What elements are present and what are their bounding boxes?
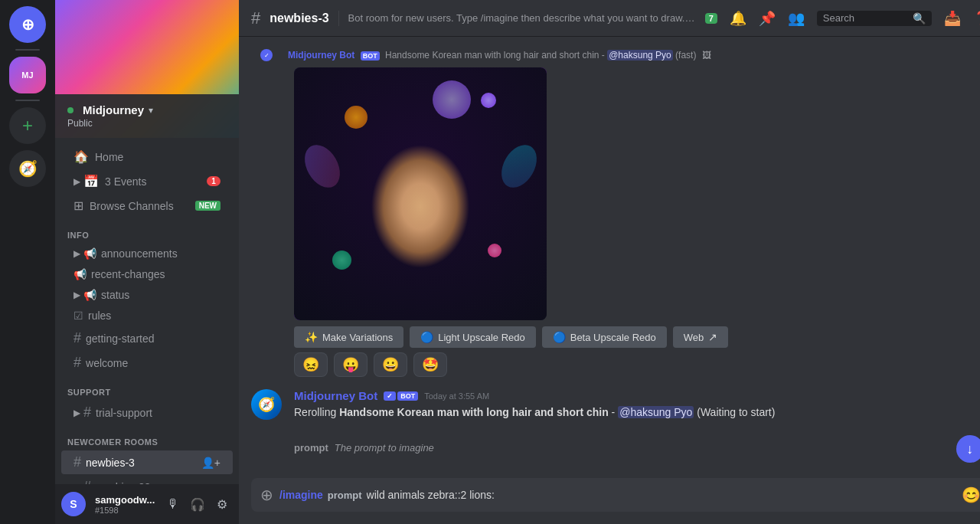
pin-icon[interactable]: 📌 — [759, 10, 776, 27]
user-avatar: S — [61, 492, 86, 516]
channel-item-recent-changes[interactable]: 📢 recent-changes — [61, 264, 233, 284]
events-label: 3 Events — [105, 175, 146, 188]
message-author-2: Midjourney Bot — [294, 389, 377, 402]
message-input-box[interactable]: ⊕ /imagine prompt 😊 — [251, 478, 980, 512]
message-header-2: Midjourney Bot ✓ BOT Today at 3:55 AM — [294, 389, 980, 402]
message-text-2: Rerolling Handsome Korean man with long … — [294, 405, 980, 421]
add-server-button[interactable]: + — [9, 107, 46, 144]
reaction-btn-3[interactable]: 😀 — [374, 352, 407, 377]
channel-name-rules: rules — [88, 309, 111, 322]
channel-header-hash-icon: # — [251, 8, 260, 28]
microphone-button[interactable]: 🎙 — [162, 493, 184, 515]
beta-upscale-redo-button[interactable]: 🔵 Beta Upscale Redo — [542, 326, 667, 348]
sidebar-footer: S samgoodw... #1598 🎙 🎧 ⚙ — [55, 484, 239, 524]
scroll-to-bottom-button[interactable]: ↓ — [956, 435, 980, 463]
channel-item-status[interactable]: ▶ 📢 status — [61, 285, 233, 305]
sidebar-item-events[interactable]: ▶ 📅 3 Events 1 — [61, 169, 233, 193]
channel-item-announcements[interactable]: ▶ 📢 announcements — [61, 244, 233, 264]
member-count-area: 7 — [705, 13, 717, 24]
bot-badges: ✓ BOT — [384, 391, 418, 401]
bot-avatar-2: 🧭 — [251, 389, 282, 420]
channel-name-welcome: welcome — [86, 357, 128, 369]
channel-name-getting-started: getting-started — [86, 332, 155, 345]
art-orb-3 — [332, 251, 351, 270]
section-header-newcomer-rooms: NEWCOMER ROOMS — [55, 425, 239, 450]
user-info: samgoodw... #1598 — [95, 494, 159, 515]
channel-item-welcome[interactable]: # welcome — [61, 351, 233, 375]
events-collapse-icon: ▶ — [74, 176, 80, 187]
reaction-btn-1[interactable]: 😖 — [294, 352, 328, 377]
channel-item-trial-support[interactable]: ▶ # trial-support — [61, 401, 233, 424]
main-content: # newbies-3 Bot room for new users. Type… — [239, 0, 980, 524]
home-label: Home — [95, 151, 123, 163]
prompt-hint-row: prompt The prompt to imagine — [294, 433, 980, 457]
channel-name-status: status — [101, 289, 129, 301]
members-list-icon[interactable]: 👥 — [788, 10, 805, 27]
input-prefix-icon[interactable]: ⊕ — [260, 486, 273, 504]
input-area: ⊕ /imagine prompt 😊 — [239, 478, 980, 524]
welcome-hash-icon: # — [74, 355, 81, 371]
explore-button[interactable]: 🧭 — [9, 150, 46, 187]
inbox-icon[interactable]: 📥 — [944, 10, 961, 27]
emoji-picker-button[interactable]: 😊 — [962, 486, 980, 504]
web-button[interactable]: Web ↗ — [673, 326, 729, 348]
make-variations-label: Make Variations — [322, 332, 393, 343]
beta-upscale-icon: 🔵 — [553, 331, 566, 343]
add-member-icon[interactable]: 👤+ — [201, 457, 220, 469]
message-input-field[interactable] — [367, 489, 956, 501]
help-icon[interactable]: ❓ — [973, 10, 980, 27]
notification-bell-icon[interactable]: 🔔 — [730, 10, 746, 27]
discord-home-button[interactable]: ⊕ — [9, 6, 46, 43]
image-inner — [294, 67, 547, 320]
member-count-badge: 7 — [705, 13, 717, 24]
context-speed: (fast) — [675, 50, 696, 61]
external-link-icon: ↗ — [708, 331, 717, 343]
announcements-icon: 📢 — [83, 247, 96, 260]
art-moon — [433, 80, 471, 119]
newbies-33-hash-icon: # — [83, 479, 91, 484]
section-header-support: SUPPORT — [55, 375, 239, 400]
make-variations-button[interactable]: ✨ Make Variations — [294, 326, 403, 348]
channel-item-rules[interactable]: ☑ rules — [61, 306, 233, 326]
search-bar[interactable]: Search 🔍 — [817, 11, 932, 26]
light-upscale-redo-button[interactable]: 🔵 Light Upscale Redo — [410, 326, 535, 348]
online-indicator — [67, 107, 74, 113]
channel-item-newbies-3[interactable]: # newbies-3 👤+ — [61, 450, 233, 474]
chevron-down-icon: ▾ — [149, 105, 153, 116]
status-collapse-icon: ▶ — [74, 290, 80, 300]
channel-item-getting-started[interactable]: # getting-started — [61, 326, 233, 350]
input-prompt-label-text: prompt — [328, 490, 362, 501]
bot-badge-2: BOT — [397, 391, 418, 401]
art-orb-2 — [481, 93, 496, 108]
light-upscale-label: Light Upscale Redo — [438, 332, 524, 343]
make-variations-icon: ✨ — [305, 331, 318, 343]
midjourney-server-icon[interactable]: MJ — [9, 57, 46, 93]
server-status-row: Public — [67, 118, 153, 129]
context-mention: @haksung Pyo — [607, 50, 673, 61]
channel-header-description: Bot room for new users. Type /imagine th… — [348, 12, 696, 24]
sidebar-item-browse-channels[interactable]: ⊞ Browse Channels NEW — [61, 194, 233, 218]
prompt-hint-value: The prompt to imagine — [335, 442, 434, 454]
sidebar-item-home[interactable]: 🏠 Home — [61, 145, 233, 169]
context-message-text: Handsome Korean man with long hair and s… — [385, 50, 607, 61]
prompt-row: prompt The prompt to imagine — [294, 439, 980, 457]
channel-item-newbies-33[interactable]: ▶ # newbies-33 — [61, 475, 233, 484]
search-icon: 🔍 — [913, 12, 926, 25]
reaction-buttons-row: 😖 😛 😀 🤩 — [294, 352, 980, 377]
channel-header-name: newbies-3 — [270, 11, 328, 25]
reaction-btn-2[interactable]: 😛 — [334, 352, 368, 377]
events-icon: 📅 — [83, 174, 99, 188]
message-group-2: 🧭 Midjourney Bot ✓ BOT Today at 3:55 AM … — [251, 389, 980, 421]
context-avatar-small: ✓ — [260, 49, 273, 61]
header-icons-group: 7 🔔 📌 👥 Search 🔍 📥 ❓ — [705, 10, 980, 27]
context-image-icon: 🖼 — [702, 50, 711, 61]
headphones-button[interactable]: 🎧 — [187, 493, 208, 515]
reaction-btn-4[interactable]: 🤩 — [413, 352, 447, 377]
status-icon: 📢 — [83, 289, 96, 301]
user-settings-button[interactable]: ⚙ — [211, 493, 233, 515]
context-bot-badge: BOT — [361, 51, 380, 61]
channel-name-trial-support: trial-support — [96, 407, 152, 419]
server-name-bar[interactable]: Midjourney ▾ Public — [55, 94, 239, 138]
username-text: samgoodw... — [95, 494, 159, 506]
getting-started-hash-icon: # — [74, 330, 81, 346]
